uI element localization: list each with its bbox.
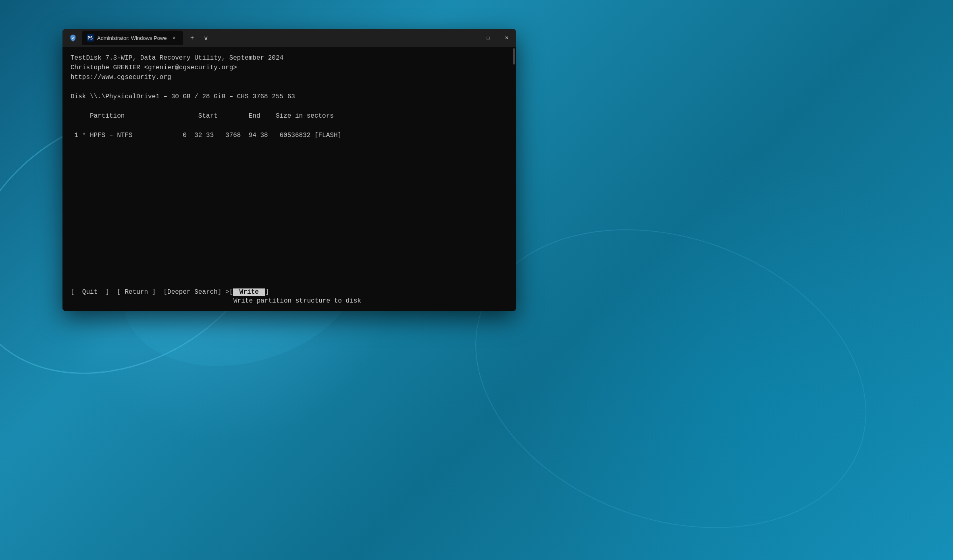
terminal-line-3: https://www.cgsecurity.org: [71, 73, 508, 82]
scrollbar-thumb[interactable]: [513, 48, 515, 64]
svg-text:PS: PS: [87, 35, 93, 41]
maximize-button[interactable]: □: [479, 29, 497, 47]
powershell-icon: PS: [87, 34, 94, 41]
tab-actions: + ∨: [183, 32, 215, 44]
terminal-line-8: [71, 121, 508, 131]
terminal-window: PS Administrator: Windows Powe × + ∨ ─ □…: [62, 29, 516, 311]
terminal-line-5: Disk \\.\PhysicalDrive1 – 30 GB / 28 GiB…: [71, 92, 508, 102]
dropdown-button[interactable]: ∨: [200, 32, 212, 44]
quit-return-deepsearch-label: [ Quit ] [ Return ] [Deeper Search] >[: [71, 288, 233, 296]
terminal-line-header: Partition Start End Size in sectors: [71, 111, 508, 121]
terminal-output: TestDisk 7.3-WIP, Data Recovery Utility,…: [62, 47, 516, 284]
close-tab-button[interactable]: ×: [170, 34, 178, 42]
new-tab-button[interactable]: +: [186, 32, 198, 44]
active-tab[interactable]: PS Administrator: Windows Powe ×: [82, 31, 183, 45]
terminal-line-4: [71, 82, 508, 92]
terminal-line-partition: 1 * HPFS – NTFS 0 32 33 3768 94 38 60536…: [71, 131, 508, 140]
windows-terminal-icon: [67, 32, 79, 44]
close-button[interactable]: ✕: [497, 29, 516, 47]
minimize-button[interactable]: ─: [460, 29, 479, 47]
write-button[interactable]: Write: [233, 288, 265, 296]
terminal-line-1: TestDisk 7.3-WIP, Data Recovery Utility,…: [71, 53, 508, 63]
titlebar-left: PS Administrator: Windows Powe × + ∨: [62, 31, 460, 45]
tab-title: Administrator: Windows Powe: [97, 35, 167, 41]
bottom-action-bar: [ Quit ] [ Return ] [Deeper Search] >[ W…: [62, 284, 516, 311]
titlebar: PS Administrator: Windows Powe × + ∨ ─ □…: [62, 29, 516, 47]
write-description: Write partition structure to disk: [71, 297, 508, 305]
action-buttons-line: [ Quit ] [ Return ] [Deeper Search] >[ W…: [71, 288, 508, 296]
scrollbar-track[interactable]: [512, 47, 515, 284]
write-bracket-close: ]: [265, 288, 269, 296]
terminal-line-6: [71, 102, 508, 111]
terminal-line-2: Christophe GRENIER <grenier@cgsecurity.o…: [71, 63, 508, 73]
window-controls: ─ □ ✕: [460, 29, 516, 47]
